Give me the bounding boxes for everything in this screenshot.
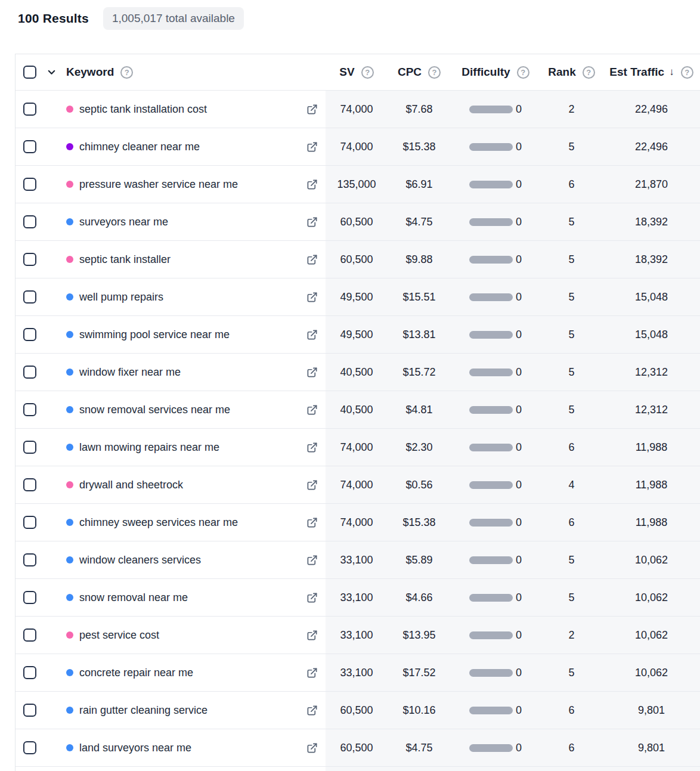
row-checkbox[interactable] — [23, 366, 36, 379]
row-checkbox[interactable] — [23, 553, 36, 566]
open-keyword-button[interactable] — [299, 316, 326, 353]
rank-value: 6 — [568, 742, 574, 754]
est-traffic-cell: 10,062 — [603, 541, 700, 578]
sv-cell: 33,100 — [326, 579, 388, 616]
difficulty-bar — [469, 406, 513, 414]
cpc-value: $15.72 — [402, 366, 435, 379]
row-checkbox[interactable] — [23, 666, 36, 679]
difficulty-bar — [469, 481, 513, 489]
open-keyword-button[interactable] — [299, 579, 326, 616]
cpc-value: $17.52 — [402, 667, 435, 679]
rank-help-icon[interactable]: ? — [583, 66, 595, 79]
est-traffic-cell: 10,062 — [603, 579, 700, 616]
keyword-sort-control[interactable]: Keyword ? — [66, 66, 133, 79]
row-checkbox-cell — [16, 541, 42, 578]
external-link-icon — [306, 329, 318, 340]
row-checkbox[interactable] — [23, 215, 36, 228]
external-link-icon — [306, 479, 318, 491]
cpc-sort-control[interactable]: CPC ? — [398, 66, 441, 79]
row-checkbox[interactable] — [23, 253, 36, 266]
open-keyword-button[interactable] — [299, 354, 326, 391]
row-checkbox[interactable] — [23, 741, 36, 754]
est-traffic-sort-control[interactable]: Est Traffic ↓ ? — [609, 66, 693, 79]
header-checkbox-cell — [16, 54, 42, 90]
est-traffic-value: 21,870 — [635, 178, 668, 191]
rank-column-header: Rank ? — [540, 54, 603, 90]
cpc-help-icon[interactable]: ? — [428, 66, 441, 79]
open-keyword-button[interactable] — [299, 466, 326, 503]
keyword-cell: drywall and sheetrock — [61, 466, 299, 503]
sv-sort-control[interactable]: SV ? — [339, 66, 373, 79]
row-checkbox[interactable] — [23, 516, 36, 529]
keyword-text: well pump repairs — [79, 291, 163, 304]
open-keyword-button[interactable] — [299, 729, 326, 766]
est-traffic-help-icon[interactable]: ? — [681, 66, 693, 79]
est-traffic-cell: 9,801 — [603, 729, 700, 766]
sv-cell: 60,500 — [326, 692, 388, 729]
row-checkbox[interactable] — [23, 441, 36, 454]
difficulty-value: 0 — [516, 404, 522, 416]
row-checkbox[interactable] — [23, 704, 36, 717]
difficulty-value: 0 — [516, 667, 522, 679]
row-checkbox[interactable] — [23, 103, 36, 116]
row-checkbox[interactable] — [23, 178, 36, 191]
difficulty-value: 0 — [516, 516, 522, 529]
table-row: window fixer near me 40,500 $15.72 0 5 1… — [16, 354, 700, 391]
rank-value: 5 — [568, 404, 574, 416]
difficulty-value: 0 — [516, 704, 522, 717]
open-keyword-button[interactable] — [299, 391, 326, 428]
table-row: chimney sweep services near me 74,000 $1… — [16, 504, 700, 541]
open-keyword-button[interactable] — [299, 278, 326, 315]
row-checkbox[interactable] — [23, 628, 36, 642]
open-keyword-button[interactable] — [299, 504, 326, 541]
rank-cell: 6 — [540, 692, 603, 729]
row-checkbox[interactable] — [23, 140, 36, 153]
select-all-checkbox[interactable] — [23, 66, 36, 79]
row-chevron-spacer — [42, 579, 61, 616]
open-keyword-button[interactable] — [299, 429, 326, 466]
row-checkbox[interactable] — [23, 403, 36, 416]
row-chevron-spacer — [42, 541, 61, 578]
table-row: snow removal near me 33,100 $4.66 0 5 10… — [16, 579, 700, 617]
open-keyword-button[interactable] — [299, 128, 326, 165]
keyword-cell: window cleaners services — [61, 541, 299, 578]
row-checkbox[interactable] — [23, 478, 36, 491]
select-menu-toggle[interactable] — [42, 54, 61, 90]
open-keyword-button[interactable] — [299, 166, 326, 203]
rank-sort-control[interactable]: Rank ? — [548, 66, 594, 79]
open-keyword-button[interactable] — [299, 203, 326, 240]
difficulty-bar — [469, 556, 513, 564]
difficulty-bar — [469, 256, 513, 264]
difficulty-sort-control[interactable]: Difficulty ? — [461, 66, 529, 79]
keyword-cell: well pump repairs — [61, 278, 299, 315]
row-checkbox[interactable] — [23, 591, 36, 604]
difficulty-bar — [469, 669, 513, 677]
rank-value: 2 — [568, 629, 574, 642]
sv-help-icon[interactable]: ? — [361, 66, 374, 79]
row-checkbox[interactable] — [23, 290, 36, 304]
est-traffic-value: 10,062 — [635, 592, 668, 604]
row-chevron-spacer — [42, 203, 61, 240]
keyword-help-icon[interactable]: ? — [120, 66, 133, 79]
cpc-value: $15.51 — [402, 291, 435, 304]
row-checkbox-cell — [16, 579, 42, 616]
table-row: rain gutter cleaning service 60,500 $10.… — [16, 692, 700, 729]
open-keyword-button[interactable] — [299, 692, 326, 729]
keyword-intent-dot — [66, 556, 73, 563]
open-keyword-button[interactable] — [299, 654, 326, 691]
rank-value: 2 — [568, 103, 574, 116]
rank-cell: 5 — [540, 241, 603, 278]
keyword-intent-dot — [66, 744, 73, 751]
open-keyword-button[interactable] — [299, 91, 326, 128]
open-keyword-button[interactable] — [299, 541, 326, 578]
row-checkbox-cell — [16, 354, 42, 391]
difficulty-help-icon[interactable]: ? — [517, 66, 529, 79]
rank-value: 5 — [568, 554, 574, 566]
open-keyword-button[interactable] — [299, 241, 326, 278]
cpc-cell: $13.95 — [388, 617, 451, 654]
row-checkbox[interactable] — [23, 328, 36, 341]
table-header-row: Keyword ? SV ? CPC ? Difficulty ? R — [16, 54, 700, 91]
keyword-column-header: Keyword ? — [61, 54, 299, 90]
open-keyword-button[interactable] — [299, 617, 326, 654]
cpc-value: $9.88 — [405, 253, 432, 266]
